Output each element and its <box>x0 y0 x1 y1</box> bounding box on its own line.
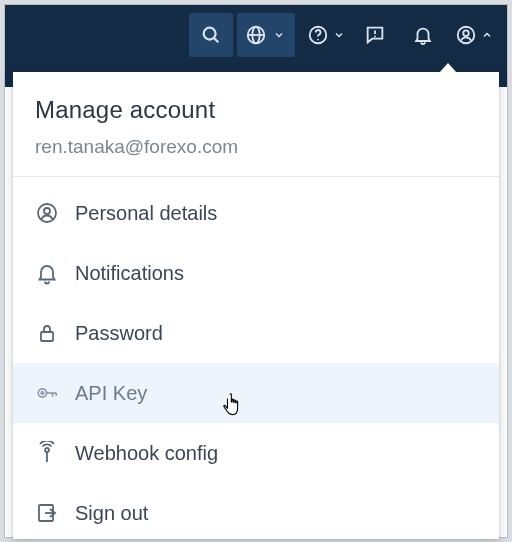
dropdown-header: Manage account ren.tanaka@forexo.com <box>13 72 499 177</box>
sign-out-icon <box>35 501 59 525</box>
account-button[interactable] <box>449 13 499 57</box>
menu-item-label: Password <box>75 322 163 345</box>
svg-point-11 <box>38 204 56 222</box>
pointer-cursor-icon <box>223 393 243 419</box>
topbar <box>5 5 507 65</box>
menu-item-label: Notifications <box>75 262 184 285</box>
svg-point-10 <box>463 30 469 36</box>
svg-line-1 <box>214 38 218 42</box>
notifications-button[interactable] <box>401 13 445 57</box>
menu-item-webhook-config[interactable]: Webhook config <box>13 423 499 483</box>
dropdown-title: Manage account <box>35 96 477 124</box>
svg-point-6 <box>317 39 319 41</box>
menu-item-label: Personal details <box>75 202 217 225</box>
search-icon <box>200 24 222 46</box>
chevron-down-icon <box>271 29 287 41</box>
bell-icon <box>412 24 434 46</box>
account-email: ren.tanaka@forexo.com <box>35 136 477 158</box>
chat-alert-icon <box>364 24 386 46</box>
svg-point-19 <box>45 448 49 452</box>
key-icon <box>35 381 59 405</box>
avatar-icon <box>455 24 477 46</box>
bell-icon <box>35 261 59 285</box>
menu-item-personal-details[interactable]: Personal details <box>13 183 499 243</box>
svg-rect-13 <box>41 332 53 341</box>
lock-icon <box>35 321 59 345</box>
dropdown-pointer <box>439 63 457 73</box>
help-icon <box>307 24 329 46</box>
svg-point-8 <box>374 35 376 37</box>
antenna-icon <box>35 441 59 465</box>
avatar-icon <box>35 201 59 225</box>
menu-item-label: Webhook config <box>75 442 218 465</box>
menu-item-sign-out[interactable]: Sign out <box>13 483 499 542</box>
help-button[interactable] <box>299 13 349 57</box>
svg-point-0 <box>204 28 216 40</box>
language-switcher[interactable] <box>237 13 295 57</box>
menu-item-password[interactable]: Password <box>13 303 499 363</box>
account-dropdown: Manage account ren.tanaka@forexo.com Per… <box>13 72 499 539</box>
menu-item-label: API Key <box>75 382 147 405</box>
search-button[interactable] <box>189 13 233 57</box>
globe-icon <box>245 24 267 46</box>
svg-point-15 <box>41 392 44 395</box>
menu-item-label: Sign out <box>75 502 148 525</box>
chevron-down-icon <box>331 29 347 41</box>
svg-point-12 <box>44 208 50 214</box>
chevron-up-icon <box>479 29 495 41</box>
menu-item-notifications[interactable]: Notifications <box>13 243 499 303</box>
svg-point-14 <box>38 389 46 397</box>
feedback-button[interactable] <box>353 13 397 57</box>
dropdown-list: Personal details Notifications Password … <box>13 177 499 542</box>
menu-item-api-key[interactable]: API Key <box>13 363 499 423</box>
